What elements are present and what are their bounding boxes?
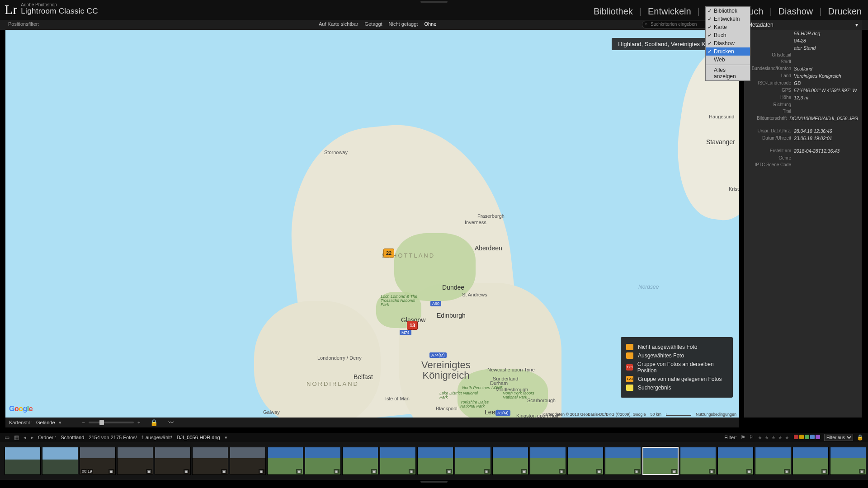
legend-swatch: 123 xyxy=(626,376,633,382)
metadata-value[interactable]: Scotland xyxy=(794,66,858,71)
filter-untagged[interactable]: Nicht getaggt xyxy=(389,21,418,27)
filmstrip-thumbnail[interactable]: ▣ xyxy=(417,447,453,475)
forward-icon[interactable]: ▸ xyxy=(31,434,33,441)
metadata-key: Titel xyxy=(748,109,791,114)
filter-visible-on-map[interactable]: Auf Karte sichtbar xyxy=(319,21,358,27)
sea-label: Nordsee xyxy=(638,284,659,290)
metadata-value[interactable]: DCIM\100MEDIA\DJI_0056.JPG xyxy=(789,116,858,121)
bottom-panel-grip[interactable] xyxy=(420,481,448,483)
filmstrip-thumbnail[interactable]: ▣ xyxy=(793,447,829,475)
metadata-value[interactable] xyxy=(794,162,858,167)
filmstrip-thumbnail[interactable]: ▣ xyxy=(342,447,378,475)
metadata-header[interactable]: Metadaten▾ xyxy=(744,20,862,30)
folder-name[interactable]: Schottland xyxy=(61,435,84,440)
metadata-row: LandVereinigtes Königreich xyxy=(744,72,862,80)
back-icon[interactable]: ◂ xyxy=(24,434,26,441)
filmstrip-thumbnail[interactable]: ▣ xyxy=(305,447,341,475)
color-label-filter[interactable] xyxy=(793,435,821,440)
metadata-value[interactable]: Vereinigtes Königreich xyxy=(794,73,858,79)
map-photo-cluster-pin[interactable]: 22 xyxy=(383,249,394,258)
filmstrip-thumbnail[interactable]: ▣ xyxy=(567,447,604,475)
module-menu-item[interactable]: Entwickeln xyxy=(706,15,750,23)
filmstrip-thumbnail[interactable]: ▣ xyxy=(155,447,191,475)
filmstrip-thumbnail[interactable]: ▣ xyxy=(380,447,416,475)
metadata-value[interactable] xyxy=(794,102,858,107)
flag-reject-icon[interactable]: ⚐ xyxy=(749,434,754,441)
top-panel-grip[interactable] xyxy=(420,1,448,3)
metadata-value[interactable]: 04-28 xyxy=(794,38,858,43)
flag-pick-icon[interactable]: ⚑ xyxy=(741,434,745,441)
legend-row: 123Gruppe von nahe gelegenen Fotos xyxy=(626,376,727,382)
metadata-row: Bundesland/KantonScotland xyxy=(744,65,862,72)
module-library[interactable]: Bibliothek xyxy=(594,6,633,17)
map-canvas[interactable]: VereinigtesKönigreich SCHOTTLAND NORDIRL… xyxy=(5,30,739,418)
lock-icon[interactable]: 🔒 xyxy=(150,419,158,426)
filmstrip-thumbnail[interactable]: ▣ xyxy=(267,447,303,475)
filter-preset-select[interactable]: Filter aus xyxy=(824,434,853,441)
module-menu-item[interactable]: Karte xyxy=(706,23,750,31)
filmstrip-thumbnail[interactable] xyxy=(42,447,78,475)
module-menu-item[interactable]: Bibliothek xyxy=(706,7,750,15)
module-visibility-menu[interactable]: BibliothekEntwickelnKarteBuchDiashowDruc… xyxy=(705,6,750,81)
module-menu-show-all[interactable]: Alles anzeigen xyxy=(706,66,750,80)
map-terms-link[interactable]: Nutzungsbedingungen xyxy=(696,412,736,417)
map-city-label: Kristiansand xyxy=(729,186,739,192)
filmstrip-thumbnail[interactable]: ▣ xyxy=(605,447,641,475)
module-menu-item[interactable]: Diashow xyxy=(706,39,750,47)
metadata-key: IPTC Scene Code xyxy=(748,162,791,167)
app-product: Lightroom Classic CC xyxy=(21,7,98,15)
filmstrip-thumbnail[interactable]: ▣ xyxy=(117,447,153,475)
filmstrip-thumbnail[interactable]: ▣ xyxy=(492,447,528,475)
filter-none[interactable]: Ohne xyxy=(424,21,436,27)
thumb-badge-icon: ▣ xyxy=(484,469,490,474)
tracklog-icon[interactable]: 〰 xyxy=(168,419,174,426)
module-menu-item[interactable]: Drucken xyxy=(706,47,750,56)
filmstrip-thumbnail[interactable]: ▣ xyxy=(455,447,491,475)
module-menu-item[interactable]: Buch xyxy=(706,31,750,39)
metadata-value[interactable]: 23.06.18 19:02:01 xyxy=(794,136,858,141)
filmstrip-thumbnail[interactable]: ▣ xyxy=(755,447,791,475)
chevron-down-icon[interactable]: ▾ xyxy=(855,22,858,28)
map-park-label: Lake District National Park xyxy=(439,391,480,399)
filmstrip-thumbnail[interactable] xyxy=(5,447,41,475)
filmstrip-thumbnail[interactable]: ▣ xyxy=(192,447,228,475)
module-print[interactable]: Drucken xyxy=(828,6,862,17)
metadata-value[interactable] xyxy=(794,155,858,160)
metadata-value[interactable]: 2018-04-28T12:36:43 xyxy=(794,148,858,154)
metadata-value[interactable]: GB xyxy=(794,80,858,86)
filmstrip-thumbnail[interactable]: ▣00:19 xyxy=(80,447,116,475)
metadata-key xyxy=(748,38,791,43)
thumb-badge-icon: ▣ xyxy=(259,469,264,474)
thumb-badge-icon: ▣ xyxy=(446,469,452,474)
metadata-value[interactable] xyxy=(794,109,858,114)
map-park-label: Loch Lomond & The Trossachs National Par… xyxy=(381,295,421,307)
metadata-value[interactable]: 57°6'46.001" N 4°59'1.997" W xyxy=(794,88,858,93)
filmstrip-thumbnail[interactable]: ▣ xyxy=(680,447,716,475)
filter-tagged[interactable]: Getaggt xyxy=(364,21,382,27)
legend-label: Ausgewähltes Foto xyxy=(638,352,684,359)
grid-icon[interactable]: ▦ xyxy=(14,434,19,441)
second-window-icon[interactable]: ▭ xyxy=(5,434,9,441)
map-photo-cluster-pin[interactable]: 13 xyxy=(407,321,418,330)
location-filter-options: Auf Karte sichtbar Getaggt Nicht getaggt… xyxy=(319,21,436,27)
filmstrip-thumbnail[interactable]: ▣ xyxy=(830,447,866,475)
filmstrip-thumbnail[interactable]: ▣ xyxy=(230,447,266,475)
map-style-value[interactable]: Gelände xyxy=(36,420,55,425)
metadata-value[interactable]: 28.04.18 12:36:46 xyxy=(794,128,858,134)
filmstrip-thumbnail[interactable]: ▣ xyxy=(717,447,754,475)
module-slideshow[interactable]: Diashow xyxy=(778,6,813,17)
filter-lock-icon[interactable]: 🔒 xyxy=(857,434,863,441)
metadata-value[interactable]: ater Stand xyxy=(794,45,858,51)
metadata-filename: 56-HDR.dng xyxy=(794,31,858,36)
filmstrip-thumbnail[interactable]: ▣ xyxy=(530,447,566,475)
metadata-value[interactable] xyxy=(794,52,858,57)
metadata-value[interactable] xyxy=(794,59,858,64)
map-scale-label: 50 km xyxy=(650,412,661,417)
filmstrip[interactable]: ▣00:19▣▣▣▣▣▣▣▣▣▣▣▣▣▣▣▣▣▣▣▣ xyxy=(0,442,868,480)
filmstrip-thumbnail[interactable]: ▣ xyxy=(642,447,679,475)
module-menu-item[interactable]: Web xyxy=(706,56,750,64)
module-develop[interactable]: Entwickeln xyxy=(648,6,691,17)
rating-filter[interactable]: ★ ★ ★ ★ ★ xyxy=(758,435,790,441)
metadata-value[interactable]: 12,3 m xyxy=(794,95,858,100)
map-zoom-slider[interactable] xyxy=(89,422,134,423)
